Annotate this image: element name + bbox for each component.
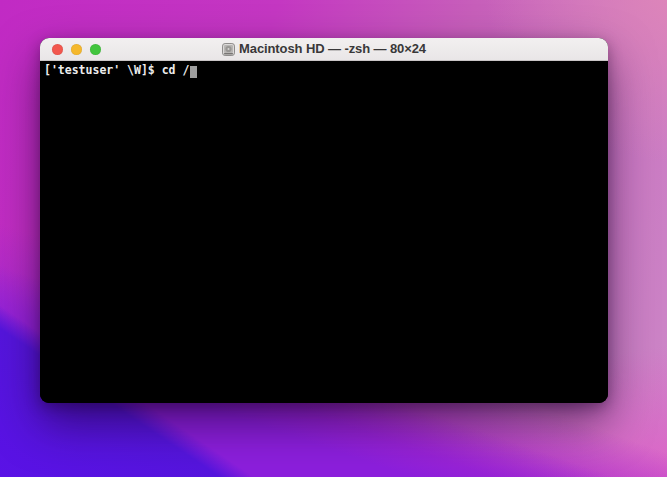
zoom-button[interactable] xyxy=(90,44,101,55)
close-button[interactable] xyxy=(52,44,63,55)
desktop-wallpaper: Macintosh HD — -zsh — 80×24 ['testuser' … xyxy=(0,0,667,477)
window-title: Macintosh HD — -zsh — 80×24 xyxy=(239,38,426,60)
traffic-lights xyxy=(52,38,101,60)
terminal-cursor xyxy=(190,66,197,78)
terminal-content[interactable]: ['testuser' \W]$ cd / xyxy=(40,61,608,403)
terminal-window: Macintosh HD — -zsh — 80×24 ['testuser' … xyxy=(40,38,608,403)
minimize-button[interactable] xyxy=(71,44,82,55)
window-titlebar[interactable]: Macintosh HD — -zsh — 80×24 xyxy=(40,38,608,61)
hard-drive-icon xyxy=(222,43,235,56)
terminal-line: ['testuser' \W]$ cd / xyxy=(44,64,604,77)
terminal-prompt-text: ['testuser' \W]$ cd / xyxy=(44,63,189,77)
window-title-group: Macintosh HD — -zsh — 80×24 xyxy=(222,38,426,60)
